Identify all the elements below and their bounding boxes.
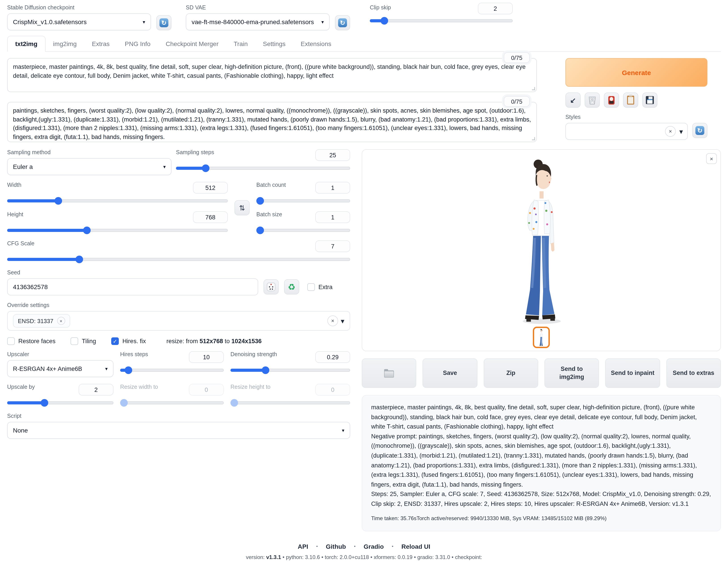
random-seed-button[interactable] <box>264 279 279 294</box>
checkpoint-dropdown[interactable]: CrispMix_v1.0.safetensors ▾ <box>7 13 151 30</box>
cfg-scale-value[interactable]: 7 <box>315 240 350 252</box>
clear-styles-icon[interactable]: × <box>665 126 676 137</box>
slider-track[interactable] <box>120 369 224 372</box>
resize-handle-icon[interactable] <box>532 87 535 90</box>
refresh-vae-button[interactable]: ↻ <box>335 15 350 30</box>
resize-width-value: 0 <box>189 384 224 396</box>
clear-prompt-button[interactable] <box>585 92 600 108</box>
seed-input[interactable] <box>7 279 258 295</box>
apply-styles-button[interactable] <box>623 92 638 108</box>
send-to-extras-button[interactable]: Send to extras <box>666 358 721 388</box>
tab-extensions[interactable]: Extensions <box>293 36 339 51</box>
upscale-by-value[interactable]: 2 <box>79 384 114 396</box>
open-folder-button[interactable] <box>362 358 417 388</box>
hires-steps-value[interactable]: 10 <box>189 351 224 363</box>
slider-handle[interactable] <box>256 227 264 234</box>
script-dropdown[interactable]: None ▾ <box>7 422 350 439</box>
refresh-styles-button[interactable]: ↻ <box>692 123 707 138</box>
upscaler-dropdown[interactable]: R-ESRGAN 4x+ Anime6B ▾ <box>7 360 114 377</box>
slider-handle[interactable] <box>54 197 62 205</box>
gallery-thumbnail[interactable] <box>533 327 550 348</box>
close-preview-button[interactable]: × <box>706 153 717 164</box>
denoising-strength-slider[interactable] <box>231 367 350 374</box>
slider-track[interactable] <box>370 19 513 22</box>
footer: API • Github • Gradio • Reload UI versio… <box>0 543 728 560</box>
clip-skip-value[interactable]: 2 <box>478 3 513 14</box>
prompt-input[interactable]: masterpiece, master paintings, 4k, 8k, b… <box>7 58 537 92</box>
paste-generation-params-button[interactable]: ↙ <box>566 92 581 108</box>
refresh-icon: ↻ <box>159 18 169 27</box>
width-slider[interactable] <box>7 197 228 204</box>
restore-faces-toggle[interactable]: Restore faces <box>7 337 56 345</box>
tiling-label: Tiling <box>82 338 96 345</box>
override-settings-box[interactable]: ENSD: 31337 × × ▾ <box>7 311 350 331</box>
height-slider[interactable] <box>7 227 228 234</box>
slider-track[interactable] <box>256 229 350 232</box>
refresh-checkpoint-button[interactable]: ↻ <box>156 15 172 30</box>
slider-handle[interactable] <box>262 367 269 374</box>
send-to-img2img-button[interactable]: Send to img2img <box>544 358 599 388</box>
tab-txt2img[interactable]: txt2img <box>7 36 46 52</box>
zip-button[interactable]: Zip <box>483 358 538 388</box>
hires-fix-toggle[interactable]: ✓ Hires. fix <box>111 337 146 345</box>
denoising-strength-value[interactable]: 0.29 <box>315 351 350 363</box>
resize-handle-icon[interactable] <box>532 137 535 140</box>
hires-steps-label: Hires steps <box>120 351 148 357</box>
info-negative-prompt: Negative prompt: paintings, sketches, fi… <box>371 432 711 490</box>
upscale-by-slider[interactable] <box>7 399 114 406</box>
override-chip[interactable]: ENSD: 31337 × <box>13 314 70 327</box>
batch-count-slider[interactable] <box>256 197 350 204</box>
tab-png-info[interactable]: PNG Info <box>117 36 158 51</box>
batch-size-value[interactable]: 1 <box>315 211 350 223</box>
sd-vae-dropdown[interactable]: vae-ft-mse-840000-ema-pruned.safetensors… <box>186 13 330 30</box>
clip-skip-slider[interactable] <box>370 17 513 24</box>
footer-link-api[interactable]: API <box>298 543 308 550</box>
tab-img2img[interactable]: img2img <box>46 36 84 51</box>
slider-handle[interactable] <box>381 17 388 25</box>
extra-seed-checkbox[interactable] <box>307 283 315 291</box>
clear-override-icon[interactable]: × <box>327 315 338 326</box>
slider-handle[interactable] <box>202 165 210 172</box>
hires-fix-checkbox[interactable]: ✓ <box>111 337 119 345</box>
resize-note-prefix: resize: from <box>166 338 200 345</box>
reuse-seed-button[interactable]: ♻ <box>284 279 299 294</box>
negative-prompt-input[interactable]: paintings, sketches, fingers, (worst qua… <box>7 102 537 142</box>
generated-image[interactable] <box>507 154 575 326</box>
width-value[interactable]: 512 <box>193 182 228 194</box>
slider-handle[interactable] <box>125 367 132 374</box>
chevron-down-icon: ▾ <box>321 19 324 25</box>
sampling-steps-value[interactable]: 25 <box>315 149 350 161</box>
slider-handle[interactable] <box>83 227 91 234</box>
slider-handle[interactable] <box>41 399 49 407</box>
tab-extras[interactable]: Extras <box>84 36 117 51</box>
sampling-steps-slider[interactable] <box>176 165 350 172</box>
generate-button[interactable]: Generate <box>566 58 707 87</box>
styles-dropdown[interactable]: × ▾ <box>566 123 688 140</box>
sampling-method-dropdown[interactable]: Euler a ▾ <box>7 158 172 175</box>
main-tabs: txt2img img2img Extras PNG Info Checkpoi… <box>7 36 721 52</box>
extra-networks-button[interactable] <box>604 92 619 108</box>
slider-handle[interactable] <box>76 256 83 263</box>
save-button[interactable]: Save <box>423 358 478 388</box>
height-value[interactable]: 768 <box>193 211 228 223</box>
footer-link-reload-ui[interactable]: Reload UI <box>401 543 430 550</box>
remove-chip-icon[interactable]: × <box>57 317 65 325</box>
resize-width-label: Resize width to <box>120 384 158 390</box>
cfg-scale-slider[interactable] <box>7 256 350 263</box>
send-to-inpaint-button[interactable]: Send to inpaint <box>605 358 660 388</box>
tab-settings[interactable]: Settings <box>255 36 293 51</box>
tiling-toggle[interactable]: Tiling <box>71 337 96 345</box>
tab-train[interactable]: Train <box>226 36 255 51</box>
tab-checkpoint-merger[interactable]: Checkpoint Merger <box>158 36 226 51</box>
restore-faces-checkbox[interactable] <box>7 337 15 345</box>
batch-count-value[interactable]: 1 <box>315 182 350 194</box>
hires-steps-slider[interactable] <box>120 367 224 374</box>
batch-size-slider[interactable] <box>256 227 350 234</box>
save-style-button[interactable] <box>642 92 658 108</box>
slider-track[interactable] <box>256 199 350 202</box>
swap-dimensions-button[interactable]: ⇅ <box>235 200 250 215</box>
footer-link-gradio[interactable]: Gradio <box>364 543 384 550</box>
footer-link-github[interactable]: Github <box>326 543 346 550</box>
tiling-checkbox[interactable] <box>71 337 79 345</box>
slider-handle[interactable] <box>256 197 264 205</box>
